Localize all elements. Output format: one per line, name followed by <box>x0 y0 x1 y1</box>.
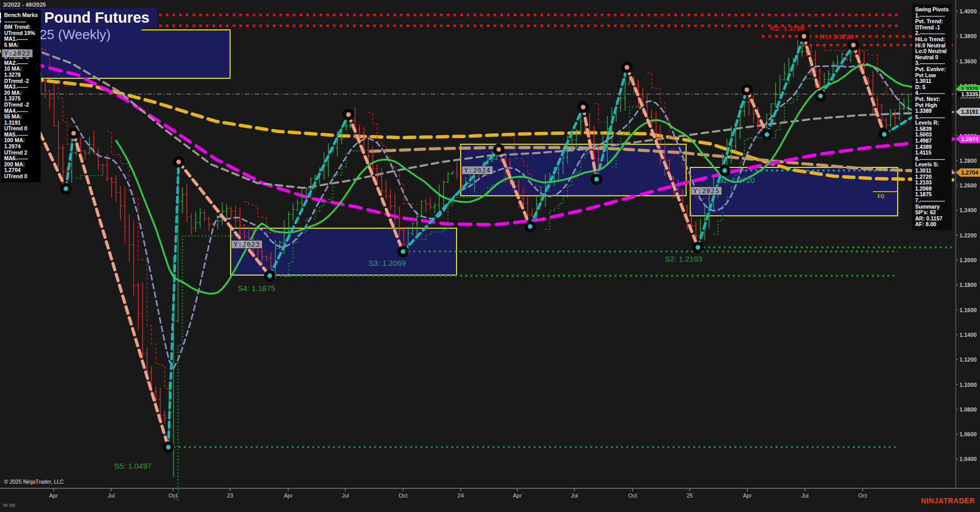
price-axis-label: 1.0400 <box>959 456 977 462</box>
benchmark-line: 55 MA: <box>4 114 38 120</box>
pivot-dot <box>64 186 68 191</box>
pivot-dot <box>581 105 586 109</box>
pivot-dot <box>882 132 887 136</box>
swing-pivot-line: Pvt. Evolve: <box>915 66 949 73</box>
swing-pivot-line: HiLo Trend: <box>915 37 949 43</box>
pivot-dot <box>818 94 823 98</box>
benchmark-line: 1.2974 <box>4 144 38 150</box>
price-axis-label: 1.3600 <box>959 58 977 64</box>
swing-pivot-line: 1.3011 <box>915 78 949 84</box>
pivot-dot <box>346 112 351 117</box>
price-axis-label: 1.1200 <box>959 356 977 363</box>
pivot-dot <box>802 34 807 39</box>
time-axis-label: Oct <box>168 492 177 499</box>
swing-pivot-line: 1.4987 <box>915 138 949 144</box>
time-axis-label: 23 <box>227 492 233 499</box>
pivot-dot <box>166 445 171 449</box>
pivot-dot <box>745 88 749 92</box>
swing-pivot-line: 7.-------------- <box>915 198 949 204</box>
swing-pivot-line: Pvt. Next: <box>915 96 949 103</box>
pivot-level-label: S1: 1.2720 <box>717 176 755 184</box>
price-axis-label: 1.1000 <box>959 382 977 388</box>
time-axis-label: Oct <box>858 492 867 499</box>
benchmark-line: UTrend 0 <box>4 174 38 180</box>
price-axis-label: 1.4000 <box>959 8 977 14</box>
benchmark-line: DTrend -2 <box>4 102 38 108</box>
pivot-dot <box>723 168 727 173</box>
swing-pivot-line: AF: 8.00 <box>915 221 949 228</box>
pivot-dot <box>177 160 181 164</box>
time-axis-label: 25 <box>687 492 693 499</box>
time-axis-label: Oct <box>398 492 407 499</box>
time-axis-label: Jul <box>342 492 349 499</box>
price-axis-label: 1.1800 <box>959 282 977 288</box>
price-axis-label: 1.2400 <box>959 207 977 213</box>
year-label: Y:2022 <box>2 49 33 58</box>
swing-pivot-line: 1.3389 <box>915 108 949 114</box>
pivot-dot <box>401 249 406 254</box>
pivot-dot <box>528 224 533 229</box>
date-range: 3/2022 - 49/2025 <box>3 2 46 8</box>
time-axis-label: Apr <box>284 492 292 499</box>
time-axis-label: Jul <box>801 492 809 499</box>
price-axis-label: 1.1600 <box>959 307 977 313</box>
year-label: Y:2025 <box>691 186 722 195</box>
swing-pivot-line: Swing Pivots <box>915 7 949 13</box>
price-axis-label: 1.2800 <box>959 158 977 164</box>
pivot-level-label: S5: 1.0497 <box>114 462 152 470</box>
time-axis-label: Oct <box>628 492 637 499</box>
time-axis-label: Apr <box>513 492 521 499</box>
price-axis-label: 1.0800 <box>959 406 977 413</box>
chart-window: R2: 1.3799R1: 1.3729S5: 1.0497S4: 1.1875… <box>0 0 980 512</box>
year-label: Y:2023 <box>231 240 262 249</box>
symbol-label: W 6B <box>3 502 15 508</box>
benchmarks-panel: Bench Marks------------BM Trend:UTrend 1… <box>1 10 41 182</box>
time-axis-label: Jul <box>108 492 115 499</box>
pivot-dot <box>696 245 701 250</box>
resistance-label: R2: 1.3799 <box>770 25 804 32</box>
copyright-text: © 2025 NinjaTrader, LLC <box>4 479 64 485</box>
pivot-dot <box>497 147 501 152</box>
price-axis-label: 1.2200 <box>959 232 977 238</box>
f0-label: F0 <box>878 193 884 199</box>
swing-pivots-panel: Swing Pivots1.--------------Pvt. Trend:D… <box>912 4 952 230</box>
time-axis-label: Apr <box>49 492 58 499</box>
benchmark-line: MA3.------ <box>4 84 38 90</box>
time-axis-label: 24 <box>458 492 464 499</box>
benchmark-line: Bench Marks <box>4 12 38 19</box>
chart-canvas[interactable]: R2: 1.3799R1: 1.3729S5: 1.0497S4: 1.1875… <box>0 0 980 512</box>
benchmark-line: 5 MA: <box>4 42 38 48</box>
pivot-dot <box>765 132 769 137</box>
price-axis-label: 1.2000 <box>959 257 977 263</box>
year-label: Y:2024 <box>462 166 493 175</box>
price-axis-label: 1.2600 <box>959 182 977 189</box>
price-axis-label: 1.0600 <box>959 431 977 437</box>
swing-pivot-line: Lo:0 Neutral <box>915 48 949 55</box>
pivot-dot <box>625 65 629 70</box>
price-tag: 1.3335 <box>956 90 980 98</box>
pivot-dot <box>594 177 599 182</box>
price-axis-label: 1.1400 <box>959 332 977 338</box>
benchmark-line: 1.3278 <box>4 72 38 78</box>
price-tag: 1.2704 <box>956 168 980 177</box>
price-tag: 1.3191 <box>956 108 980 116</box>
time-axis-label: Jul <box>571 492 578 499</box>
pivot-dot <box>851 43 856 47</box>
pivot-level-label: S4: 1.1875 <box>238 284 275 293</box>
price-tag: 1.2974 <box>956 135 980 143</box>
swing-pivot-line: 1.3011 <box>915 168 949 174</box>
time-axis-label: Apr <box>743 492 751 499</box>
pivot-level-label: S2: 1.2103 <box>665 254 703 263</box>
price-axis-label: 1.3800 <box>959 33 977 39</box>
pivot-dot <box>268 274 272 278</box>
resistance-label: R1: 1.3729 <box>819 33 854 41</box>
ninjatrader-logo: NINJATRADER <box>921 497 975 505</box>
pivot-level-label: S3: 1.2069 <box>369 259 406 267</box>
pivot-dot <box>72 131 76 135</box>
page-subtitle: -25 (Weekly) <box>29 26 142 44</box>
